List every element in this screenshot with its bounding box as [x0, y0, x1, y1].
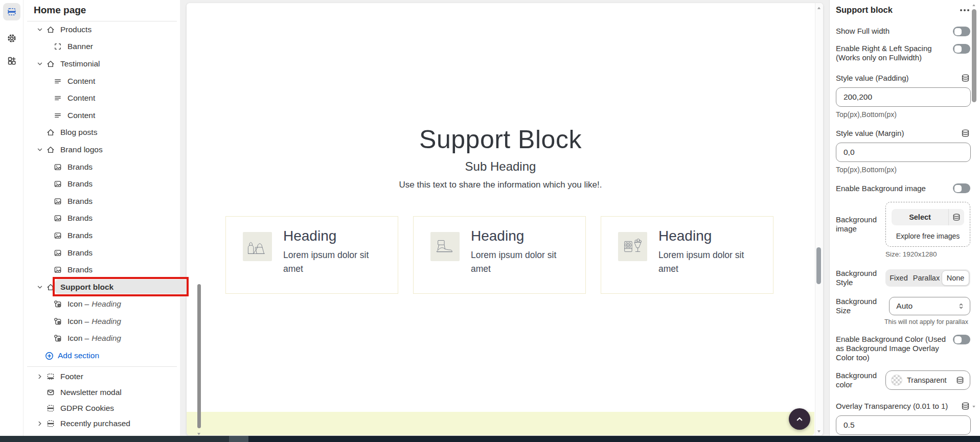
select-image-button[interactable]: Select [892, 209, 964, 225]
sidebar-item-icon-heading[interactable]: Icon –Heading [24, 330, 177, 347]
spacing-toggle[interactable] [953, 44, 970, 54]
bg-image-picker: Select Explore free images [885, 202, 970, 247]
scrollbar-down-arrow[interactable] [970, 404, 977, 409]
sections-icon [7, 7, 17, 17]
sidebar-item-newsletter-modal[interactable]: Newsletter modal [24, 385, 177, 401]
dynamic-source-icon[interactable] [955, 376, 965, 385]
add-section-button[interactable]: Add section [24, 347, 177, 364]
setting-label: Background color [836, 371, 885, 389]
sidebar-item-brands[interactable]: Brands [24, 158, 177, 176]
sidebar-item-banner[interactable]: Banner [24, 38, 177, 56]
sidebar-item-icon-heading[interactable]: Icon –Heading [24, 296, 177, 313]
panel-scrollbar-thumb[interactable] [197, 284, 201, 428]
footer-icon [46, 372, 55, 381]
scroll-to-top-button[interactable] [789, 408, 810, 430]
preview-scrollbar-track[interactable] [815, 3, 823, 435]
overlay-transparency-input[interactable] [836, 415, 971, 435]
media-text-icon [53, 317, 62, 326]
sidebar-item-brands[interactable]: Brands [24, 261, 177, 278]
bg-image-toggle-row: Enable Background image [836, 183, 970, 193]
explore-free-images-link[interactable]: Explore free images [896, 232, 960, 240]
scrollbar-up-arrow[interactable] [970, 3, 977, 8]
sidebar-item-gdpr-cookies[interactable]: GDPR Cookies [24, 400, 177, 416]
preview-scrollbar-thumb[interactable] [816, 247, 821, 284]
support-card[interactable]: Heading Lorem ipsum dolor sit amet [601, 216, 773, 294]
setting-label: Enable Right & Left Spacing (Works only … [836, 44, 949, 62]
image-icon [53, 231, 62, 240]
bags-illustration-icon [246, 235, 269, 259]
setting-label: Overlay Transparency (0.01 to 1) [836, 402, 948, 410]
apps-icon [7, 56, 17, 66]
content-icon [53, 77, 62, 86]
dynamic-source-icon[interactable] [961, 73, 970, 83]
support-card[interactable]: Heading Lorem ipsum dolor sit amet [413, 216, 586, 294]
margin-input[interactable] [836, 143, 971, 162]
transparent-swatch-icon [891, 375, 902, 386]
sidebar-item-brands[interactable]: Brands [24, 244, 177, 262]
more-options-icon[interactable] [959, 7, 970, 13]
sidebar-item-support-block[interactable]: Support block [24, 278, 177, 296]
theme-settings-rail-button[interactable] [3, 30, 20, 47]
sidebar-item-testimonial[interactable]: Testimonial [24, 55, 177, 73]
chevron-right-icon[interactable] [36, 420, 44, 428]
bg-style-option-none[interactable]: None [942, 270, 969, 286]
dynamic-source-icon[interactable] [961, 401, 970, 411]
spacing-row: Enable Right & Left Spacing (Works only … [836, 44, 970, 62]
card-body: Lorem ipsum dolor sit amet [658, 248, 761, 276]
sidebar-item-brands[interactable]: Brands [24, 210, 177, 227]
dynamic-source-icon[interactable] [952, 213, 961, 222]
bg-image-toggle[interactable] [953, 183, 970, 193]
dynamic-source-icon[interactable] [961, 128, 970, 138]
setting-label: Background image [836, 215, 885, 247]
sidebar-item-brands[interactable]: Brands [24, 175, 177, 193]
sections-rail-button[interactable] [3, 3, 20, 20]
chevron-down-icon[interactable] [36, 283, 44, 291]
sidebar-item-content[interactable]: Content [24, 89, 177, 107]
home-icon [46, 25, 55, 34]
sidebar-item-brand-logos[interactable]: Brand logos [24, 141, 177, 158]
home-icon [46, 283, 55, 292]
sidebar-item-recently-purchased[interactable]: Recently purchased [24, 416, 177, 432]
sidebar-item-brands[interactable]: Brands [24, 227, 177, 244]
scrollbar-up-arrow[interactable] [815, 5, 823, 11]
sidebar-item-products[interactable]: Products [24, 21, 177, 38]
setting-label: Background Style [836, 269, 885, 287]
bg-color-toggle-row: Enable Background Color (Used as Backgro… [836, 335, 970, 362]
banner-icon [53, 42, 62, 51]
icon-rail [0, 0, 24, 436]
sidebar-item-footer[interactable]: Footer [24, 369, 177, 385]
scrollbar-down-arrow[interactable] [815, 428, 823, 434]
sidebar-item-icon-heading[interactable]: Icon –Heading [24, 313, 177, 330]
setting-label: Background Size [836, 297, 889, 315]
sidebar-item-blog-posts[interactable]: Blog posts [24, 124, 177, 142]
sidebar-item-content[interactable]: Content [24, 73, 177, 90]
home-icon [46, 145, 55, 154]
inspector-scrollbar-thumb[interactable] [972, 9, 976, 102]
setting-label: Style value (Margin) [836, 129, 904, 137]
chevron-down-icon[interactable] [36, 146, 44, 154]
content-icon [53, 94, 62, 103]
bg-style-option-parallax[interactable]: Parallax [911, 274, 942, 282]
preview-section-description: Use this text to share the information w… [187, 180, 814, 190]
theme-editor: Home page Products Banner Testimonial Co… [0, 0, 980, 442]
setting-label: Enable Background image [836, 184, 949, 193]
sections-panel: Home page Products Banner Testimonial Co… [24, 0, 180, 436]
bg-style-segmented-control: Fixed Parallax None [885, 269, 970, 287]
chevron-down-icon[interactable] [36, 60, 44, 68]
sidebar-item-content[interactable]: Content [24, 107, 177, 124]
support-card[interactable]: Heading Lorem ipsum dolor sit amet [225, 216, 398, 294]
show-full-width-toggle[interactable] [953, 27, 970, 36]
card-body: Lorem ipsum dolor sit amet [283, 248, 385, 276]
sidebar-item-brands[interactable]: Brands [24, 193, 177, 210]
apps-rail-button[interactable] [3, 52, 20, 69]
bg-style-option-fixed[interactable]: Fixed [886, 274, 911, 282]
bg-size-select[interactable]: Auto [889, 297, 970, 315]
bg-color-toggle[interactable] [953, 335, 970, 344]
content-icon [53, 111, 62, 120]
setting-label: Show Full width [836, 27, 949, 36]
chevron-down-icon[interactable] [36, 26, 44, 34]
padding-input[interactable] [836, 87, 971, 107]
chevron-right-icon[interactable] [36, 373, 44, 381]
bg-color-picker[interactable]: Transparent [885, 370, 970, 390]
bg-image-row: Background image Select Explore free ima… [836, 202, 970, 247]
